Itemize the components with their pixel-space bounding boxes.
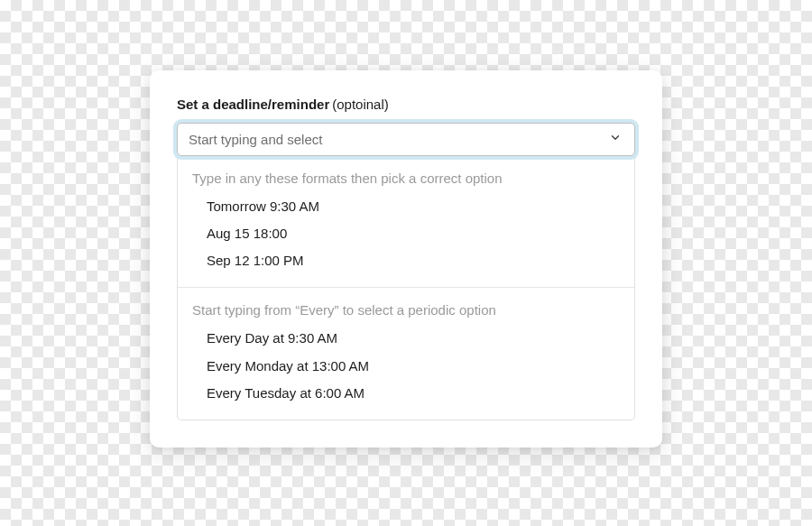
select-placeholder: Start typing and select [189, 132, 322, 147]
section-header: Type in any these formats then pick a co… [192, 171, 620, 186]
field-label-main: Set a deadline/reminder [177, 97, 329, 112]
deadline-select-input[interactable]: Start typing and select [177, 123, 635, 156]
dropdown-section-periodic: Start typing from “Every” to select a pe… [178, 287, 634, 420]
section-header: Start typing from “Every” to select a pe… [192, 302, 620, 318]
option-every-monday[interactable]: Every Monday at 13:00 AM [192, 353, 620, 380]
field-label-optional: (optoinal) [332, 97, 389, 112]
reminder-card: Set a deadline/reminder(optoinal) Start … [150, 70, 662, 448]
chevron-down-icon [609, 132, 622, 147]
option-tomorrow[interactable]: Tomorrow 9:30 AM [192, 193, 620, 220]
option-every-tuesday[interactable]: Every Tuesday at 6:00 AM [192, 380, 620, 407]
option-aug-15[interactable]: Aug 15 18:00 [192, 220, 620, 247]
option-sep-12[interactable]: Sep 12 1:00 PM [192, 247, 620, 274]
dropdown-section-formats: Type in any these formats then pick a co… [178, 156, 634, 288]
dropdown-panel: Type in any these formats then pick a co… [177, 155, 635, 421]
field-label: Set a deadline/reminder(optoinal) [177, 96, 635, 114]
option-every-day[interactable]: Every Day at 9:30 AM [192, 325, 620, 352]
